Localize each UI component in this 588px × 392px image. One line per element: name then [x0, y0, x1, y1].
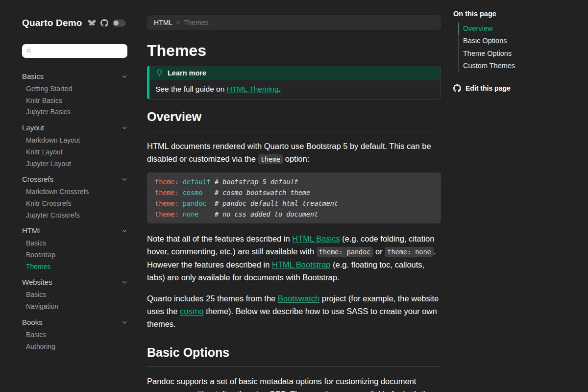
- sidebar-item[interactable]: Authoring: [22, 341, 127, 353]
- callout-text-suffix: .: [279, 85, 281, 93]
- sidebar-section: Basics Getting StartedKnitr BasicsJupyte…: [22, 71, 127, 118]
- toc-panel: On this page OverviewBasic OptionsTheme …: [453, 9, 578, 92]
- github-icon: [453, 84, 461, 92]
- sidebar-item[interactable]: Basics: [22, 238, 127, 249]
- section-heading-basic-options: Basic Options: [147, 345, 441, 367]
- sidebar-section: Layout Markdown LayoutKnitr LayoutJupyte…: [22, 122, 127, 170]
- callout-header: Learn more: [149, 66, 441, 80]
- sidebar-section-items: BasicsNavigation: [22, 289, 127, 312]
- sidebar-item[interactable]: Markdown Layout: [22, 135, 127, 147]
- edit-this-page[interactable]: Edit this page: [453, 84, 578, 92]
- sidebar-item[interactable]: Knitr Crossrefs: [22, 198, 127, 210]
- bluesky-butterfly-icon[interactable]: [88, 20, 96, 27]
- paragraph-text: option:: [283, 154, 309, 163]
- chevron-down-icon: [122, 228, 127, 234]
- sidebar-item[interactable]: Knitr Layout: [22, 147, 127, 158]
- toc-item[interactable]: Custom Themes: [459, 60, 578, 72]
- sidebar-item[interactable]: Basics: [22, 289, 127, 301]
- toc-title: On this page: [453, 9, 578, 18]
- search-icon: [26, 48, 32, 54]
- section-heading-overview: Overview: [147, 109, 441, 131]
- callout-body: See the full guide on HTML Theming.: [149, 80, 441, 99]
- toggle-knob: [114, 21, 119, 25]
- sidebar: Quarto Demo Basics Getting StartedKnitr …: [22, 0, 127, 352]
- sidebar-item[interactable]: Getting Started: [22, 83, 127, 95]
- toc-item[interactable]: Basic Options: [459, 35, 578, 47]
- sidebar-item[interactable]: Jupyter Crossrefs: [22, 210, 127, 221]
- main-content: HTML > Themes Themes Learn more See the …: [147, 0, 441, 392]
- toc-list: OverviewBasic OptionsTheme OptionsCustom…: [458, 23, 578, 73]
- breadcrumb-separator: >: [176, 19, 180, 26]
- code-line: theme: pandoc # pandoc default html trea…: [155, 198, 433, 209]
- chevron-down-icon: [122, 125, 127, 131]
- sidebar-item[interactable]: Knitr Basics: [22, 95, 127, 107]
- paragraph-text: Quarto includes 25 themes from the: [147, 294, 278, 303]
- yaml-code-block: theme: default # bootstrap 5 defaultthem…: [147, 172, 441, 223]
- chevron-down-icon: [122, 176, 127, 182]
- sidebar-section: Crossrefs Markdown CrossrefsKnitr Crossr…: [22, 174, 127, 221]
- sidebar-section-header[interactable]: HTML: [22, 225, 127, 236]
- sidebar-section-label: Crossrefs: [22, 174, 53, 185]
- edit-this-page-label: Edit this page: [466, 84, 511, 92]
- breadcrumb-current: Themes: [184, 19, 209, 26]
- sidebar-item[interactable]: Themes: [22, 261, 127, 273]
- breadcrumb: HTML > Themes: [147, 15, 441, 30]
- sidebar-section-header[interactable]: Layout: [22, 122, 127, 133]
- chevron-down-icon: [122, 319, 127, 325]
- inline-code-theme-none: theme: none: [385, 247, 433, 257]
- sidebar-section-header[interactable]: Crossrefs: [22, 174, 127, 185]
- sidebar-item[interactable]: Jupyter Layout: [22, 158, 127, 170]
- code-line: theme: cosmo # cosmo bootswatch theme: [155, 187, 433, 198]
- page-title: Themes: [147, 42, 441, 59]
- code-line: theme: none # no css added to document: [155, 209, 433, 220]
- sidebar-item[interactable]: Navigation: [22, 301, 127, 313]
- inline-code-theme: theme: [258, 154, 283, 164]
- sidebar-item[interactable]: Jupyter Basics: [22, 106, 127, 118]
- sidebar-section-label: Basics: [22, 71, 44, 82]
- chevron-down-icon: [122, 279, 127, 285]
- html-bootstrap-link[interactable]: HTML Bootstrap: [272, 260, 331, 269]
- sidebar-section-items: BasicsAuthoring: [22, 329, 127, 352]
- search-input[interactable]: [35, 47, 123, 55]
- sidebar-section: Websites BasicsNavigation: [22, 277, 127, 312]
- paragraph-4: Pandoc supports a set of basic metadata …: [147, 375, 441, 392]
- cosmo-link[interactable]: cosmo: [180, 307, 204, 316]
- sidebar-section-label: Layout: [22, 122, 44, 133]
- code-line: theme: default # bootstrap 5 default: [155, 176, 433, 187]
- html-theming-link[interactable]: HTML Theming: [227, 85, 279, 93]
- site-title[interactable]: Quarto Demo: [22, 18, 82, 28]
- search-box[interactable]: [22, 44, 127, 58]
- sidebar-section-items: Markdown CrossrefsKnitr CrossrefsJupyter…: [22, 186, 127, 221]
- sidebar-section-label: Websites: [22, 277, 52, 288]
- breadcrumb-link-html[interactable]: HTML: [154, 19, 172, 26]
- html-basics-link[interactable]: HTML Basics: [292, 234, 340, 243]
- sidebar-section-header[interactable]: Websites: [22, 277, 127, 288]
- bootswatch-link[interactable]: Bootswatch: [278, 294, 319, 303]
- toc-item[interactable]: Theme Options: [459, 48, 578, 60]
- dark-mode-toggle[interactable]: [113, 20, 125, 26]
- sidebar-section-items: Markdown LayoutKnitr LayoutJupyter Layou…: [22, 135, 127, 170]
- sidebar-section-header[interactable]: Basics: [22, 71, 127, 82]
- paragraph-text: or: [373, 247, 385, 256]
- sidebar-section: HTML BasicsBootstrapThemes: [22, 225, 127, 272]
- callout-title: Learn more: [168, 69, 206, 77]
- sidebar-section-label: Books: [22, 317, 43, 328]
- sidebar-nav: Basics Getting StartedKnitr BasicsJupyte…: [22, 71, 127, 352]
- lightbulb-icon: [155, 69, 163, 77]
- callout-text: See the full guide on: [155, 85, 227, 93]
- brand-row: Quarto Demo: [22, 18, 127, 28]
- paragraph-2: Note that all of the features described …: [147, 232, 441, 284]
- sidebar-section-header[interactable]: Books: [22, 317, 127, 328]
- sidebar-section-items: Getting StartedKnitr BasicsJupyter Basic…: [22, 83, 127, 118]
- github-icon[interactable]: [100, 19, 108, 27]
- inline-code-theme-pandoc: theme: pandoc: [317, 247, 373, 257]
- brand-icons: [88, 19, 125, 27]
- sidebar-item[interactable]: Markdown Crossrefs: [22, 186, 127, 198]
- paragraph-text: Note that all of the features described …: [147, 234, 292, 243]
- sidebar-item[interactable]: Basics: [22, 329, 127, 341]
- sidebar-item[interactable]: Bootstrap: [22, 249, 127, 261]
- paragraph-1: HTML documents rendered with Quarto use …: [147, 140, 441, 166]
- sidebar-section: Books BasicsAuthoring: [22, 317, 127, 352]
- toc-item[interactable]: Overview: [458, 23, 578, 35]
- chevron-down-icon: [122, 74, 127, 79]
